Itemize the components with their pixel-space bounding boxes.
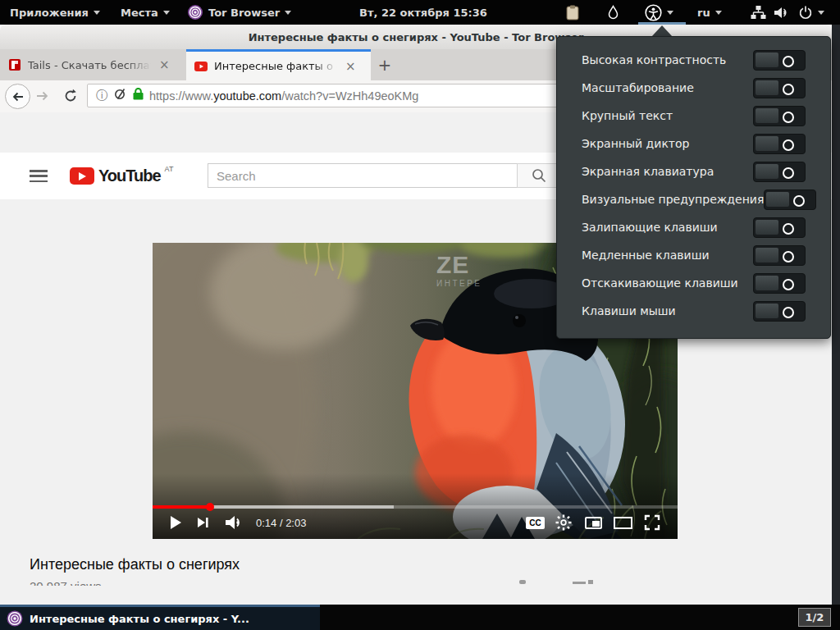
close-icon[interactable]: × [345, 59, 356, 74]
toggle-off-ring [783, 223, 794, 235]
url-domain: youtube.com [213, 89, 281, 103]
a11y-item-high-contrast: Высокая контрастность [557, 46, 830, 74]
toggle-switch-off[interactable] [753, 106, 806, 126]
play-icon [169, 515, 182, 530]
tor-browser-menu[interactable]: Tor Browser [187, 0, 291, 25]
a11y-item-screen-keyboard: Экранная клавиатура [557, 158, 830, 185]
chevron-down-icon [818, 11, 824, 15]
toggle-switch-off[interactable] [753, 162, 806, 182]
next-button[interactable] [197, 513, 210, 532]
cc-icon: CC [526, 517, 545, 529]
toggle-knob [755, 247, 779, 263]
watermark-line2: ИНТЕРЕ [436, 280, 482, 288]
channel-watermark: ZE ИНТЕРЕ [436, 253, 482, 288]
toggle-off-ring [783, 56, 794, 67]
search-button[interactable] [517, 163, 560, 188]
clock[interactable]: Вт, 22 октября 15:36 [359, 0, 487, 25]
time-display: 0:14 / 2:03 [256, 513, 306, 532]
tab-youtube[interactable]: Интересные факты о сн × [186, 49, 371, 80]
search-box [208, 163, 518, 188]
url-text: https://www.youtube.com/watch?v=WzHh49eo… [149, 89, 418, 103]
reload-button[interactable] [62, 88, 79, 107]
url-path: /watch?v=WzHh49eoKMg [281, 89, 418, 103]
places-menu[interactable]: Места [121, 0, 170, 25]
a11y-item-label: Клавиши мыши [582, 304, 676, 317]
a11y-item-screen-reader: Экранный диктор [557, 130, 830, 158]
like-icon[interactable] [519, 580, 526, 584]
a11y-item-label: Отскакивающие клавиши [582, 276, 738, 290]
toggle-switch-off[interactable] [753, 301, 806, 322]
toggle-switch-off[interactable] [753, 78, 806, 98]
a11y-item-label: Визуальные предупреждения [582, 193, 764, 206]
captions-button[interactable]: CC [526, 513, 545, 532]
taskbar-window-button[interactable]: Интересные факты о снегирях - Y... [0, 605, 320, 630]
tab-title: Интересные факты о сн [214, 60, 337, 72]
menu-hamburger-icon[interactable] [30, 170, 48, 182]
volume-status-icon[interactable] [774, 0, 790, 25]
progress-bar[interactable] [153, 505, 678, 509]
toggle-switch-off[interactable] [753, 245, 806, 266]
toggle-off-ring [783, 167, 794, 179]
youtube-logo-text: YouTube [98, 167, 161, 185]
power-menu[interactable] [798, 0, 824, 25]
toggle-switch-off[interactable] [753, 50, 806, 71]
a11y-item-label: Высокая контрастность [582, 53, 726, 66]
volume-button[interactable] [225, 513, 244, 532]
forward-button[interactable] [34, 89, 51, 107]
a11y-item-label: Экранная клавиатура [582, 165, 714, 178]
url-prefix: https://www. [149, 89, 213, 103]
workspace-switcher[interactable]: 1/2 [798, 608, 831, 627]
youtube-play-icon [70, 167, 94, 185]
youtube-country-code: AT [165, 165, 174, 173]
toggle-off-ring [783, 139, 794, 151]
applications-menu[interactable]: Приложения [10, 0, 100, 25]
applications-label: Приложения [10, 7, 89, 19]
tails-upgrade-icon[interactable] [607, 0, 619, 25]
next-icon [197, 516, 210, 529]
new-tab-button[interactable]: + [371, 49, 399, 80]
dislike-icon[interactable] [573, 582, 586, 584]
a11y-item-slow-keys: Медленные клавиши [557, 241, 830, 269]
toggle-knob [755, 219, 779, 235]
toggle-off-ring [783, 279, 794, 290]
back-button[interactable] [5, 84, 30, 109]
keyboard-layout-menu[interactable]: ru [697, 0, 722, 25]
miniplayer-button[interactable] [585, 513, 602, 532]
fullscreen-button[interactable] [644, 513, 660, 532]
search-input[interactable] [208, 164, 517, 187]
clipboard-status-icon[interactable] [566, 0, 579, 25]
toggle-knob [755, 135, 779, 152]
a11y-item-zoom: Масштабирование [557, 74, 830, 102]
toggle-switch-off[interactable] [764, 189, 816, 210]
tor-browser-icon [7, 610, 23, 627]
gnome-top-bar: Приложения Места Tor Browser Вт, 22 октя… [0, 0, 840, 25]
toggle-switch-off[interactable] [753, 273, 806, 294]
language-label: ru [697, 7, 710, 19]
tab-tails[interactable]: Tails - Скачать бесплатн × [0, 49, 182, 80]
toggle-knob [755, 80, 779, 96]
lock-icon[interactable] [133, 88, 144, 103]
accessibility-menu-button[interactable] [645, 0, 673, 25]
toggle-off-ring [783, 307, 794, 318]
progress-played [153, 505, 210, 509]
toggle-switch-off[interactable] [753, 217, 806, 238]
share-icon[interactable] [588, 580, 593, 584]
window-list-taskbar: Интересные факты о снегирях - Y... 1/2 [0, 605, 840, 630]
theater-button[interactable] [614, 513, 632, 532]
page-info-icon[interactable]: ⓘ [96, 89, 107, 103]
video-view-count: 20 987 views [30, 579, 102, 586]
play-button[interactable] [169, 513, 182, 532]
tor-circuit-icon[interactable] [113, 87, 127, 104]
toggle-switch-off[interactable] [753, 134, 806, 154]
a11y-item-label: Залипающие клавиши [582, 221, 718, 234]
a11y-item-bounce-keys: Отскакивающие клавиши [557, 269, 830, 297]
a11y-item-label: Экранный диктор [582, 137, 689, 150]
settings-button[interactable] [555, 513, 572, 532]
tor-browser-label: Tor Browser [208, 7, 280, 19]
toggle-knob [755, 107, 779, 124]
chevron-down-icon [667, 11, 673, 15]
youtube-logo[interactable]: YouTube AT [70, 165, 173, 185]
close-icon[interactable]: × [159, 57, 170, 72]
network-icon[interactable] [751, 0, 766, 25]
accessibility-icon [645, 4, 662, 21]
